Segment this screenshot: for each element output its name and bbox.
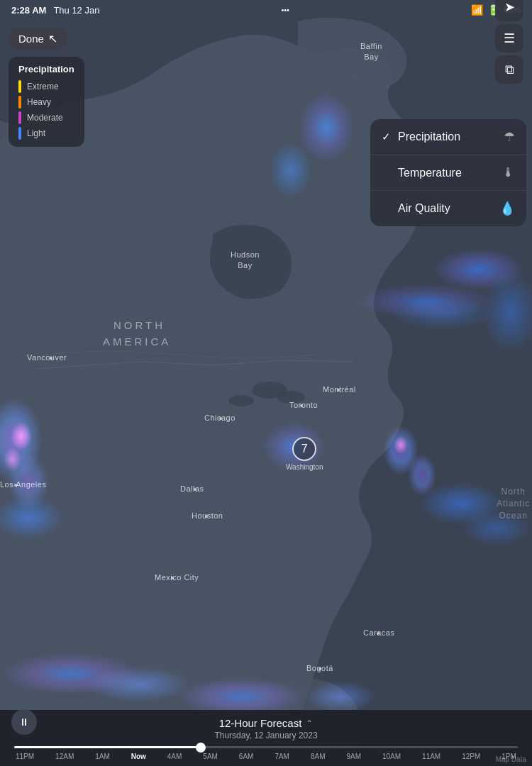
- precipitation-option-label: Precipitation: [398, 131, 460, 143]
- location-icon: ➤: [504, 0, 515, 15]
- timeline-track[interactable]: [14, 746, 518, 748]
- list-button[interactable]: ☰: [495, 24, 523, 52]
- legend-title: Precipitation: [18, 64, 74, 74]
- heavy-label: Heavy: [27, 97, 51, 107]
- checkmark-icon: ✓: [382, 131, 391, 143]
- heavy-color-swatch: [18, 96, 21, 109]
- precipitation-legend: Precipitation Extreme Heavy Moderate Lig…: [9, 57, 84, 147]
- time-1am: 1AM: [95, 753, 110, 760]
- location-button[interactable]: ➤: [495, 0, 523, 21]
- montreal-dot: [337, 389, 340, 392]
- time-5am: 5AM: [203, 753, 218, 760]
- umbrella-icon: ☂: [504, 129, 515, 145]
- losangeles-dot: [14, 484, 17, 487]
- washington-badge: 7 Washington: [286, 437, 323, 471]
- done-button[interactable]: Done ↖: [9, 28, 67, 50]
- light-label: Light: [27, 128, 45, 138]
- mexicocity-dot: [171, 577, 174, 579]
- vancouver-dot: [50, 357, 52, 360]
- time-11am: 11AM: [422, 753, 440, 760]
- light-color-swatch: [18, 127, 21, 140]
- air-icon: 💧: [499, 201, 515, 216]
- time-7am: 7AM: [275, 753, 289, 760]
- svg-point-2: [228, 395, 254, 406]
- legend-items: Extreme Heavy Moderate Light: [18, 80, 74, 140]
- status-bar: 2:28 AM Thu 12 Jan ••• 📶 🔋 63%: [0, 0, 532, 20]
- extreme-color-swatch: [18, 80, 21, 93]
- status-date: Thu 12 Jan: [53, 5, 99, 16]
- menu-item-temperature[interactable]: ✓ Temperature 🌡: [370, 155, 526, 191]
- pause-icon: ⏸: [19, 716, 29, 728]
- houston-dot: [205, 515, 208, 518]
- pause-button[interactable]: ⏸: [11, 709, 37, 735]
- layer-dropdown: ✓ Precipitation ☂ ✓ Temperature 🌡 ✓ Air …: [370, 119, 526, 226]
- time-11pm: 11PM: [16, 753, 34, 760]
- time-12am: 12AM: [55, 753, 74, 760]
- time-4am: 4AM: [167, 753, 182, 760]
- layers-icon: ⧉: [505, 62, 514, 77]
- bogota-dot: [318, 667, 321, 670]
- status-time: 2:28 AM: [11, 5, 46, 16]
- dallas-dot: [194, 488, 196, 491]
- time-8am: 8AM: [311, 753, 326, 760]
- map-data-link[interactable]: Map Data: [496, 755, 526, 763]
- washington-badge-label: Washington: [286, 463, 323, 471]
- top-bar: Done ↖ ➤ ☰ ⧉: [0, 20, 532, 57]
- temperature-option-label: Temperature: [398, 167, 462, 179]
- time-now: Now: [131, 753, 146, 760]
- cursor-icon: ↖: [48, 32, 57, 45]
- map-data-label: Map Data: [496, 755, 526, 763]
- forecast-title: 12-Hour Forecast: [219, 717, 302, 729]
- extreme-label: Extreme: [27, 82, 59, 91]
- svg-point-3: [277, 391, 305, 404]
- legend-item-light: Light: [18, 127, 74, 140]
- air-quality-option-label: Air Quality: [398, 202, 450, 215]
- list-icon: ☰: [504, 30, 515, 46]
- time-9am: 9AM: [346, 753, 361, 760]
- time-12pm: 12PM: [462, 753, 480, 760]
- time-6am: 6AM: [239, 753, 254, 760]
- timeline-container[interactable]: 11PM 12AM 1AM Now 4AM 5AM 6AM 7AM 8AM 9A…: [14, 746, 518, 760]
- toronto-dot: [300, 404, 303, 407]
- forecast-header: 12-Hour Forecast ⌃: [11, 717, 521, 729]
- time-10am: 10AM: [382, 753, 401, 760]
- menu-item-precipitation[interactable]: ✓ Precipitation ☂: [370, 119, 526, 155]
- washington-badge-number: 7: [292, 437, 316, 461]
- thermometer-icon: 🌡: [502, 165, 515, 180]
- timeline-thumb[interactable]: [196, 743, 206, 753]
- done-label: Done: [18, 33, 44, 45]
- moderate-color-swatch: [18, 111, 21, 124]
- timeline-progress: [14, 746, 201, 748]
- bottom-bar: ⏸ 12-Hour Forecast ⌃ Thursday, 12 Januar…: [0, 710, 532, 766]
- time-labels: 11PM 12AM 1AM Now 4AM 5AM 6AM 7AM 8AM 9A…: [14, 753, 518, 760]
- forecast-date: Thursday, 12 January 2023: [11, 731, 521, 740]
- caracas-dot: [377, 632, 379, 635]
- chicago-dot: [219, 417, 222, 420]
- legend-item-moderate: Moderate: [18, 111, 74, 124]
- legend-item-extreme: Extreme: [18, 80, 74, 93]
- layers-button[interactable]: ⧉: [495, 55, 523, 84]
- forecast-chevron-icon: ⌃: [306, 718, 313, 728]
- moderate-label: Moderate: [27, 113, 63, 123]
- legend-item-heavy: Heavy: [18, 96, 74, 109]
- menu-item-air-quality[interactable]: ✓ Air Quality 💧: [370, 191, 526, 226]
